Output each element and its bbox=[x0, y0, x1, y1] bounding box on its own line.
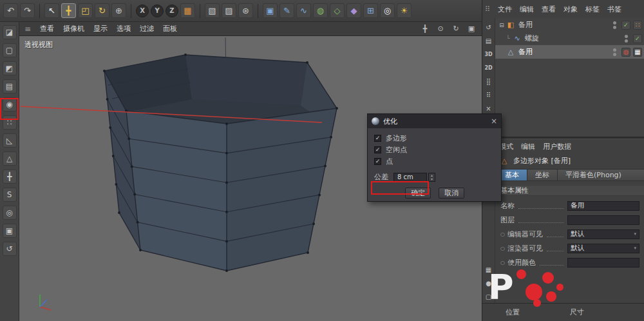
lock-x-axis-icon[interactable]: X bbox=[136, 5, 149, 17]
selection-tag-icon[interactable]: ◍ bbox=[621, 48, 630, 57]
axis-modification-icon[interactable]: ↺ bbox=[3, 242, 17, 256]
visibility-dots[interactable] bbox=[613, 48, 616, 56]
rotate-tool-icon[interactable]: ↻ bbox=[95, 3, 109, 18]
make-editable-icon[interactable]: ◪ bbox=[3, 25, 17, 39]
cube-display-icon[interactable]: ▢ bbox=[484, 291, 494, 302]
mesh-steps-icon[interactable]: ▤ bbox=[484, 35, 494, 46]
grid-snap-icon[interactable]: ⣿ bbox=[484, 76, 494, 86]
rotate-view-icon[interactable]: ↻ bbox=[451, 24, 461, 34]
solo-mode-icon[interactable]: ◎ bbox=[3, 206, 17, 220]
viewport-label[interactable]: 透视视图 bbox=[24, 40, 53, 50]
texture-mode-icon[interactable]: ◩ bbox=[3, 61, 17, 75]
panel-menu-icon[interactable]: ⠿ bbox=[485, 5, 490, 14]
model-mode-icon[interactable]: ▢ bbox=[3, 43, 17, 57]
generator-icon[interactable]: ◍ bbox=[313, 3, 328, 18]
mode-2d-icon[interactable]: 2D bbox=[484, 63, 494, 73]
tab-coordinates[interactable]: 坐标 bbox=[527, 169, 557, 181]
visibility-dots[interactable] bbox=[625, 35, 628, 43]
snap-settings-icon[interactable]: S bbox=[3, 188, 17, 202]
tree-row-helix-spline[interactable]: └ ∿ 螺旋 ✓ bbox=[495, 32, 644, 45]
live-selection-icon[interactable]: ↖ bbox=[44, 3, 59, 18]
maximize-view-icon[interactable]: ▣ bbox=[466, 24, 477, 34]
dot-grid-icon[interactable]: ⠿ bbox=[484, 90, 494, 100]
viewport-menu-view[interactable]: 查看 bbox=[40, 24, 54, 34]
tolerance-stepper[interactable]: ▴ ▾ bbox=[428, 173, 435, 182]
basic-properties-header[interactable]: 基本属性 bbox=[495, 186, 644, 196]
move-tool-icon[interactable]: ╋ bbox=[61, 3, 76, 18]
smoothing-tag-icon[interactable]: ✓ bbox=[633, 34, 642, 43]
stepper-down-icon[interactable]: ▾ bbox=[431, 177, 433, 181]
tolerance-input[interactable]: 8 cm bbox=[393, 173, 427, 182]
primitive-cube-icon[interactable]: ▣ bbox=[263, 3, 278, 18]
workplane-mode-icon[interactable]: ▤ bbox=[3, 79, 17, 93]
make-editable-strip-icon[interactable]: ↺ bbox=[484, 22, 494, 32]
uvw-tag-icon[interactable]: ▦ bbox=[633, 48, 642, 57]
camera-icon[interactable]: ◎ bbox=[380, 3, 395, 18]
disable-icon[interactable]: × bbox=[484, 103, 494, 113]
viewport-menu-options[interactable]: 选项 bbox=[117, 24, 131, 34]
visibility-dots[interactable] bbox=[613, 21, 616, 29]
am-menu-userdata[interactable]: 用户数据 bbox=[543, 142, 571, 151]
workplane-icon[interactable]: ▦ bbox=[180, 3, 195, 18]
viewport-menu-filter[interactable]: 过滤 bbox=[140, 24, 154, 34]
toggle-dot-icon[interactable]: ○ bbox=[500, 246, 505, 251]
spline-primitive-icon[interactable]: ∿ bbox=[296, 3, 311, 18]
editor-visibility-dropdown[interactable]: 默认▾ bbox=[567, 229, 639, 239]
checkbox-points[interactable]: ✓ bbox=[374, 158, 381, 165]
use-color-dropdown[interactable] bbox=[567, 258, 639, 268]
viewport-menu-icon[interactable]: ≡ bbox=[24, 24, 31, 34]
zoom-view-icon[interactable]: ⊙ bbox=[435, 24, 446, 34]
render-visibility-dropdown[interactable]: 默认▾ bbox=[567, 244, 639, 253]
undo-icon[interactable]: ↶ bbox=[3, 3, 18, 18]
object-mode-icon[interactable]: ◉ bbox=[3, 97, 17, 112]
enable-axis-icon[interactable]: ╋ bbox=[3, 170, 17, 184]
light-icon[interactable]: ☀ bbox=[397, 3, 412, 18]
lock-y-axis-icon[interactable]: Y bbox=[151, 5, 164, 17]
deformer-icon[interactable]: ◆ bbox=[346, 3, 361, 18]
checkbox-polygons[interactable]: ✓ bbox=[374, 135, 381, 142]
tab-phong[interactable]: 平滑着色(Phong) bbox=[557, 169, 644, 181]
stacked-cubes-icon[interactable]: ▦ bbox=[484, 264, 494, 275]
viewport-menu-camera[interactable]: 摄像机 bbox=[63, 24, 84, 34]
toggle-dot-icon[interactable]: ○ bbox=[500, 231, 505, 237]
am-menu-edit[interactable]: 编辑 bbox=[521, 142, 535, 151]
hexagonal-tube-object[interactable] bbox=[103, 54, 338, 272]
scale-tool-icon[interactable]: ◰ bbox=[78, 3, 93, 18]
polygons-mode-icon[interactable]: △ bbox=[3, 151, 17, 166]
viewport-menu-display[interactable]: 显示 bbox=[93, 24, 108, 34]
points-mode-icon[interactable]: ∷ bbox=[3, 115, 17, 130]
tree-row-polygon-object[interactable]: △ 备用 ◍ ▦ bbox=[495, 45, 644, 59]
om-menu-view[interactable]: 查看 bbox=[542, 5, 556, 14]
dialog-titlebar[interactable]: 优化 × bbox=[368, 114, 501, 128]
mode-3d-icon[interactable]: 3D bbox=[484, 49, 494, 59]
om-menu-objects[interactable]: 对象 bbox=[564, 5, 578, 14]
viewport-menu-panel[interactable]: 面板 bbox=[163, 24, 177, 34]
display-tag-icon[interactable]: ∷ bbox=[633, 21, 642, 30]
close-icon[interactable]: × bbox=[491, 117, 497, 126]
name-input[interactable]: 备用 bbox=[567, 201, 639, 211]
om-menu-bookmarks[interactable]: 书签 bbox=[607, 5, 621, 14]
lock-workplane-icon[interactable]: ▣ bbox=[3, 224, 17, 238]
material-sphere-icon[interactable]: ● bbox=[484, 278, 494, 288]
panel-divider[interactable] bbox=[482, 137, 644, 139]
om-menu-file[interactable]: 文件 bbox=[498, 5, 512, 14]
ok-button[interactable]: 确定 bbox=[405, 188, 431, 199]
render-view-icon[interactable]: ▧ bbox=[205, 3, 220, 18]
om-menu-edit[interactable]: 编辑 bbox=[520, 5, 534, 14]
redo-icon[interactable]: ↷ bbox=[20, 3, 35, 18]
smoothing-tag-icon[interactable]: ✓ bbox=[621, 21, 630, 30]
checkbox-unused-points[interactable]: ✓ bbox=[374, 146, 381, 153]
om-menu-tags[interactable]: 标签 bbox=[585, 5, 600, 14]
expander-icon[interactable]: ⊟ bbox=[498, 22, 506, 28]
pan-view-icon[interactable]: ╋ bbox=[420, 24, 430, 34]
lock-z-axis-icon[interactable]: Z bbox=[166, 5, 178, 17]
layer-input[interactable] bbox=[567, 215, 639, 225]
tree-row-generator-object[interactable]: ⊟ ◧ 备用 ✓ ∷ bbox=[495, 18, 644, 32]
cancel-button[interactable]: 取消 bbox=[439, 188, 464, 199]
last-tool-icon[interactable]: ⊕ bbox=[111, 3, 126, 18]
render-settings-icon[interactable]: ⊛ bbox=[238, 3, 253, 18]
subdivision-surface-icon[interactable]: ◇ bbox=[330, 3, 345, 18]
toggle-dot-icon[interactable]: ○ bbox=[500, 260, 505, 266]
render-picture-viewer-icon[interactable]: ▨ bbox=[222, 3, 236, 18]
array-icon[interactable]: ⊞ bbox=[363, 3, 378, 18]
